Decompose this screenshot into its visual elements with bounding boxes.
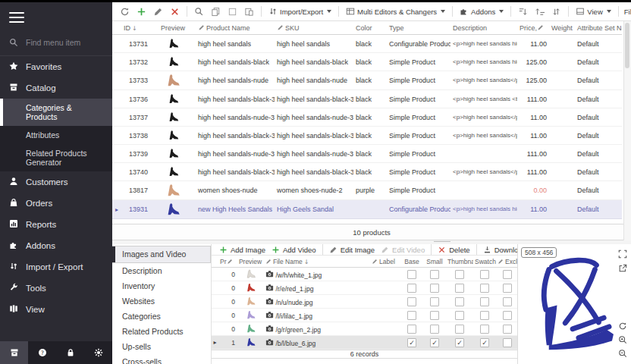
checkbox-cell[interactable] [496, 336, 519, 350]
col-price[interactable]: Price, [517, 21, 549, 35]
col-image-preview[interactable]: Preview [237, 256, 264, 268]
tab-cross-sells[interactable]: Cross-sells [112, 355, 211, 364]
tab-images-and-video[interactable]: Images and Video [112, 246, 211, 263]
addons-menu[interactable]: Addons [458, 6, 505, 17]
sidebar-item-customers[interactable]: Customers [0, 171, 112, 193]
col-description[interactable]: Description [450, 21, 517, 35]
sidebar-item-attributes[interactable]: Attributes [0, 126, 112, 144]
copy-button[interactable] [209, 6, 222, 17]
checkbox-cell[interactable] [496, 309, 519, 322]
add-video-button[interactable]: Add Video [270, 245, 318, 255]
sidebar-item-categories-products[interactable]: Categories & Products [0, 99, 112, 126]
archive-icon[interactable] [0, 341, 28, 364]
duplicate-button[interactable] [243, 6, 256, 17]
product-row[interactable]: 13740 high heel sandals-black-38 high he… [112, 163, 622, 181]
zoom-out-icon[interactable] [618, 347, 627, 361]
image-row[interactable]: 0 /n/u/nude.jpg [212, 295, 519, 309]
product-row[interactable]: 13737 high heel sandals-nude-36 high hee… [112, 108, 622, 127]
add-product-button[interactable] [135, 6, 148, 17]
tab-up-sells[interactable]: Up-sells [112, 340, 211, 354]
checkbox-cell[interactable] [473, 322, 496, 336]
checkbox-cell[interactable] [473, 281, 496, 295]
product-row[interactable]: 13733 high heel sandals-nude high heel s… [112, 71, 622, 90]
image-row[interactable]: 0 /w/h/white_1.jpg [212, 268, 519, 281]
tab-related-products[interactable]: Related Products [112, 325, 211, 339]
checkbox-cell[interactable] [400, 268, 423, 281]
rotate-image-icon[interactable] [618, 320, 627, 334]
col-thumbnail[interactable]: Thumbna [446, 256, 473, 268]
product-row[interactable]: 13732 high heel sandals-black high heel … [112, 53, 622, 71]
image-row[interactable]: 0 /g/r/green_2.jpg [212, 322, 519, 336]
lock-icon[interactable] [56, 341, 84, 364]
checkbox-cell[interactable] [423, 309, 446, 322]
open-external-icon[interactable] [618, 262, 627, 276]
col-exclude[interactable]: Exclude [496, 256, 519, 268]
edit-image-button[interactable]: Edit Image [328, 245, 376, 255]
checkbox-cell[interactable] [446, 322, 473, 336]
checkbox-cell[interactable]: ✓ [446, 336, 473, 350]
checkbox-cell[interactable] [423, 268, 446, 281]
checkbox-cell[interactable]: ✓ [400, 336, 423, 350]
product-row[interactable]: 13731 high heel sandals high heel sandal… [112, 35, 622, 53]
sidebar-item-orders[interactable]: Orders [0, 193, 112, 214]
search-products-button[interactable] [193, 6, 206, 17]
checkbox-cell[interactable] [473, 309, 496, 322]
product-row[interactable]: ▸ 13931 new High Heels Sandals High Geel… [112, 200, 622, 219]
product-row[interactable]: 13739 high heel sandals-nude-37 high hee… [112, 145, 622, 163]
collapse-tree-button[interactable] [533, 6, 546, 17]
checkbox-cell[interactable] [446, 295, 473, 309]
checkbox-cell[interactable] [423, 281, 446, 295]
sidebar-item-import-export[interactable]: Import / Export [0, 256, 112, 278]
tab-categories[interactable]: Categories [112, 309, 211, 324]
gear-icon[interactable] [84, 341, 112, 364]
checkbox-cell[interactable]: ✓ [473, 336, 496, 350]
col-preview[interactable]: Preview [150, 21, 196, 35]
sidebar-item-reports[interactable]: Reports [0, 214, 112, 235]
add-image-button[interactable]: Add Image [218, 245, 267, 255]
sidebar-item-catalog[interactable]: Catalog [0, 77, 112, 99]
checkbox-cell[interactable] [496, 322, 519, 336]
expand-tree-button[interactable] [516, 6, 529, 17]
sidebar-search-input[interactable] [24, 37, 103, 48]
sidebar-item-related-products-generator[interactable]: Related Products Generator [0, 144, 112, 171]
refresh-button[interactable] [118, 6, 131, 17]
import-export-menu[interactable]: Import/Export [267, 6, 333, 17]
checkbox-cell[interactable] [496, 295, 519, 309]
delete-product-button[interactable] [168, 6, 181, 17]
sidebar-item-favorites[interactable]: Favorites [0, 56, 112, 77]
col-file-name[interactable]: File Name↓ [264, 256, 370, 268]
tab-description[interactable]: Description [112, 264, 211, 278]
col-weight[interactable]: Weight [549, 21, 575, 35]
checkbox-cell[interactable] [446, 281, 473, 295]
checkbox-cell[interactable] [473, 268, 496, 281]
checkbox-cell[interactable] [400, 281, 423, 295]
checkbox-cell[interactable] [496, 268, 519, 281]
sidebar-item-view[interactable]: View [0, 299, 112, 320]
tab-inventory[interactable]: Inventory [112, 279, 211, 293]
menu-toggle-icon[interactable] [0, 2, 112, 31]
col-sku[interactable]: SKU [275, 21, 353, 35]
checkbox-cell[interactable] [423, 322, 446, 336]
sidebar-item-addons[interactable]: Addons [0, 235, 112, 256]
checkbox-cell[interactable] [400, 295, 423, 309]
col-type[interactable]: Type [387, 21, 450, 35]
select-checkbox-icon[interactable] [226, 6, 239, 17]
checkbox-cell[interactable]: ✓ [423, 336, 446, 350]
sort-tree-button[interactable] [550, 6, 563, 17]
col-swatch[interactable]: Swatch [473, 256, 496, 268]
product-row[interactable]: 13817 women shoes-nude women shoes-nude-… [112, 181, 622, 200]
checkbox-cell[interactable] [446, 309, 473, 322]
checkbox-cell[interactable] [423, 295, 446, 309]
edit-video-button[interactable]: Edit Video [379, 245, 426, 255]
product-row[interactable]: 13736 high heel sandals-black-36 high he… [112, 90, 622, 108]
col-color[interactable]: Color [353, 21, 387, 35]
checkbox-cell[interactable] [496, 281, 519, 295]
zoom-in-icon[interactable] [618, 334, 627, 347]
checkbox-cell[interactable] [446, 268, 473, 281]
col-position[interactable]: Pr [218, 256, 237, 268]
image-row[interactable]: 0 /r/e/red_1.jpg [212, 281, 519, 295]
image-row[interactable]: ▸ 1 /b/l/blue_6.jpg ✓✓✓✓ [212, 336, 519, 350]
edit-product-button[interactable] [152, 6, 165, 17]
sidebar-search[interactable] [0, 31, 112, 56]
vertical-scrollbar[interactable] [623, 21, 631, 241]
